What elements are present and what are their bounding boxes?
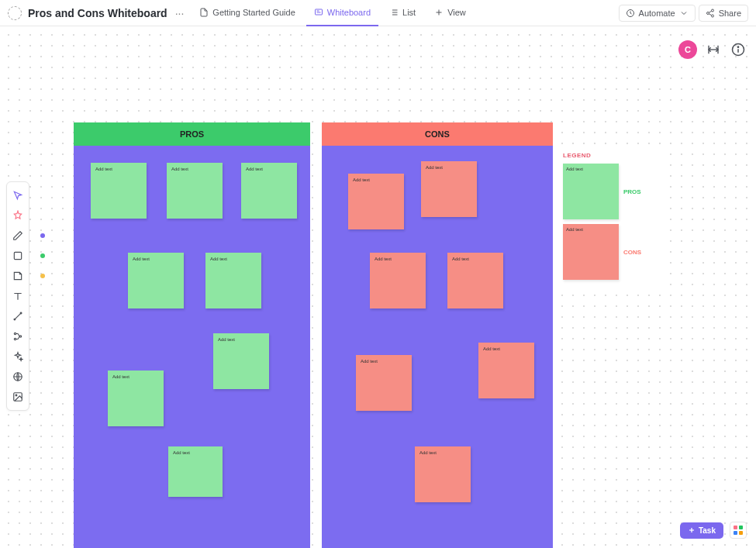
- tool-web[interactable]: [9, 367, 26, 387]
- automate-button[interactable]: Automate: [619, 5, 696, 22]
- tool-shape[interactable]: [9, 246, 26, 266]
- legend-swatch-pros[interactable]: Add text: [563, 164, 619, 219]
- doc-icon: [199, 8, 209, 17]
- task-label: Task: [699, 526, 716, 535]
- svg-point-26: [19, 336, 21, 337]
- sticky-note[interactable]: Add text: [108, 371, 164, 426]
- legend-row-pros: Add text PROS: [563, 164, 658, 219]
- globe-icon: [12, 371, 23, 382]
- tool-connector[interactable]: [9, 306, 26, 326]
- pen-color-dot: [40, 233, 45, 238]
- sticky-note[interactable]: Add text: [167, 163, 223, 219]
- chevron-down-icon: [679, 9, 689, 18]
- tool-ai[interactable]: [9, 346, 26, 367]
- sticky-note[interactable]: Add text: [205, 253, 261, 308]
- info-icon: [731, 43, 745, 57]
- board-pros-body[interactable]: Add text Add text Add text Add text Add …: [74, 146, 310, 548]
- tool-hand[interactable]: [9, 205, 26, 226]
- share-label: Share: [719, 9, 741, 18]
- share-icon: [706, 9, 715, 18]
- legend-swatch-cons[interactable]: Add text: [563, 224, 619, 280]
- apps-button[interactable]: [730, 522, 747, 539]
- canvas-toolbar: [6, 181, 29, 411]
- tab-label: Getting Started Guide: [212, 8, 295, 17]
- info-button[interactable]: [730, 41, 747, 58]
- sticky-note[interactable]: Add text: [356, 355, 412, 411]
- svg-point-20: [737, 47, 738, 47]
- tool-text[interactable]: [9, 286, 26, 306]
- sparkle-icon: [12, 351, 23, 362]
- sticky-note[interactable]: Add text: [421, 161, 477, 217]
- svg-point-12: [711, 15, 713, 17]
- sticky-note[interactable]: Add text: [91, 163, 147, 219]
- whiteboard-canvas[interactable]: C: [0, 26, 756, 548]
- sticky-note[interactable]: Add text: [478, 343, 534, 398]
- plus-icon: [688, 526, 696, 534]
- svg-point-11: [706, 12, 709, 14]
- cursor-icon: [12, 190, 23, 201]
- relationship-icon: [12, 331, 23, 342]
- workspace-logo-icon[interactable]: [8, 6, 22, 20]
- svg-rect-21: [14, 252, 21, 259]
- page-menu-icon[interactable]: ···: [171, 7, 189, 19]
- sticky-color-dot: [40, 274, 45, 278]
- legend-label-pros: PROS: [623, 188, 641, 195]
- tab-getting-started[interactable]: Getting Started Guide: [192, 0, 302, 26]
- tool-image[interactable]: [9, 387, 26, 407]
- automate-icon: [626, 9, 635, 18]
- hand-icon: [12, 210, 23, 221]
- sticky-note[interactable]: Add text: [168, 446, 223, 497]
- board-pros: PROS Add text Add text Add text Add text…: [74, 122, 310, 548]
- connector-icon: [12, 311, 23, 322]
- list-icon: [389, 8, 399, 17]
- plus-icon: [434, 8, 444, 17]
- sticky-note[interactable]: Add text: [241, 163, 297, 219]
- pen-icon: [12, 230, 23, 241]
- sticky-note[interactable]: Add text: [370, 253, 426, 308]
- board-cons-header[interactable]: CONS: [322, 122, 553, 146]
- tab-label: View: [447, 8, 466, 17]
- tool-pen[interactable]: [9, 226, 26, 246]
- sticky-note[interactable]: Add text: [348, 174, 404, 229]
- shape-icon: [12, 250, 23, 261]
- text-icon: [12, 291, 23, 302]
- svg-line-14: [709, 13, 711, 15]
- tab-list[interactable]: List: [381, 0, 423, 26]
- svg-point-10: [711, 9, 713, 12]
- fit-width-button[interactable]: [705, 41, 722, 58]
- share-button[interactable]: Share: [699, 5, 748, 22]
- tool-select[interactable]: [9, 185, 26, 205]
- sticky-icon: [12, 271, 23, 281]
- automate-label: Automate: [639, 9, 675, 18]
- svg-line-13: [709, 11, 711, 12]
- board-cons-body[interactable]: Add text Add text Add text Add text Add …: [322, 146, 553, 548]
- legend-row-cons: Add text CONS: [563, 224, 658, 280]
- whiteboard-icon: [314, 8, 323, 17]
- sticky-note[interactable]: Add text: [447, 253, 503, 308]
- legend-panel[interactable]: LEGEND Add text PROS Add text CONS: [558, 149, 663, 288]
- bottom-right-controls: Task: [680, 522, 747, 539]
- canvas-top-right-controls: C: [678, 40, 747, 59]
- page-title[interactable]: Pros and Cons Whiteboard: [28, 7, 167, 19]
- sticky-note[interactable]: Add text: [213, 333, 269, 389]
- board-pros-header[interactable]: PROS: [74, 122, 310, 146]
- header: Pros and Cons Whiteboard ··· Getting Sta…: [0, 0, 756, 26]
- tab-add-view[interactable]: View: [426, 0, 474, 26]
- apps-icon: [734, 526, 743, 535]
- legend-label-cons: CONS: [623, 249, 641, 256]
- tool-sticky-note[interactable]: [9, 266, 26, 286]
- legend-title: LEGEND: [563, 152, 658, 159]
- svg-point-24: [14, 333, 16, 334]
- sticky-note[interactable]: Add text: [128, 253, 184, 308]
- svg-point-25: [14, 338, 16, 339]
- image-icon: [12, 391, 23, 402]
- tab-whiteboard[interactable]: Whiteboard: [306, 0, 378, 26]
- sticky-note[interactable]: Add text: [415, 446, 471, 502]
- tool-relationship[interactable]: [9, 326, 26, 346]
- svg-point-29: [16, 395, 17, 396]
- avatar[interactable]: C: [678, 40, 697, 59]
- tab-label: Whiteboard: [327, 8, 371, 17]
- new-task-button[interactable]: Task: [680, 522, 723, 539]
- shape-color-dot: [40, 253, 45, 258]
- tab-label: List: [402, 8, 416, 17]
